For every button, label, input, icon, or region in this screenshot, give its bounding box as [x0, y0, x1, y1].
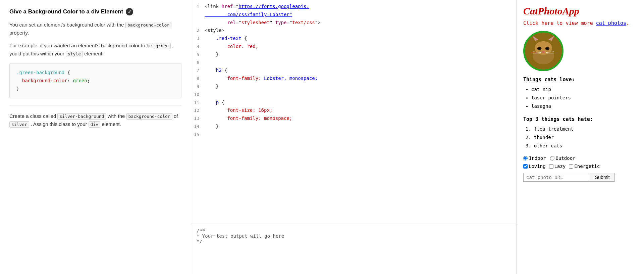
lesson-panel: Give a Background Color to a div Element… — [0, 0, 191, 274]
line-number: 13 — [194, 115, 205, 122]
value-text: green — [73, 78, 87, 83]
svg-point-5 — [538, 47, 540, 50]
indoor-radio-label[interactable]: Indoor — [523, 155, 546, 161]
list-item: flea treatment — [534, 125, 637, 133]
line-content[interactable]: font-family: monospace; — [205, 115, 514, 123]
hates-list: flea treatment thunder other cats — [534, 125, 637, 150]
line-number: 12 — [194, 106, 205, 114]
bg-color-code-2: background-color — [126, 113, 172, 120]
checkbox-group[interactable]: Loving Lazy Energetic — [523, 164, 637, 169]
cat-photo-url-input[interactable] — [523, 173, 590, 182]
lesson-title-text: Give a Background Color to a div Element — [9, 8, 123, 15]
lazy-checkbox[interactable] — [549, 164, 553, 169]
energetic-label: Energetic — [574, 164, 600, 169]
indoor-radio[interactable] — [523, 156, 528, 161]
code-line: 7 h2 { — [191, 66, 516, 75]
code-line: 9 } — [191, 83, 516, 91]
line-content[interactable]: <style> — [205, 27, 514, 35]
property-text: background-color — [22, 78, 67, 83]
line-content[interactable] — [205, 91, 514, 99]
line-content[interactable]: font-family: Lobster, monospace; — [205, 75, 514, 83]
outdoor-label: Outdoor — [556, 155, 576, 161]
line-content[interactable]: p { — [205, 99, 514, 107]
instruction-para-2: For example, if you wanted an element's … — [9, 42, 181, 58]
code-line: 1 <link href="https://fonts.googleapis. … — [191, 3, 516, 27]
outdoor-radio[interactable] — [550, 156, 554, 161]
loving-label: Loving — [529, 164, 546, 169]
code-editor-panel[interactable]: 1 <link href="https://fonts.googleapis. … — [191, 0, 517, 274]
line-number: 3 — [194, 35, 205, 42]
energetic-checkbox-label[interactable]: Energetic — [569, 164, 600, 169]
lazy-checkbox-label[interactable]: Lazy — [549, 164, 566, 169]
line-number: 14 — [194, 123, 205, 130]
app-title: CatPhotoApp — [523, 5, 637, 17]
photo-url-form[interactable]: Submit — [523, 173, 637, 182]
bg-color-code-1: background-color — [125, 22, 171, 28]
completion-check-icon: ✓ — [126, 8, 133, 15]
line-content[interactable]: color: red; — [205, 43, 514, 51]
svg-point-6 — [546, 47, 548, 50]
line-content[interactable]: } — [205, 123, 514, 131]
line-number: 4 — [194, 43, 205, 50]
test-output-line1: /** — [197, 228, 511, 233]
green-code: green — [154, 43, 171, 49]
lesson-title: Give a Background Color to a div Element… — [9, 8, 181, 15]
list-item: laser pointers — [531, 94, 637, 102]
code-line: 12 font-size: 16px; — [191, 106, 516, 115]
line-content[interactable]: } — [205, 51, 514, 59]
line-number: 6 — [194, 59, 205, 66]
line-number: 9 — [194, 83, 205, 90]
instruction-para-3: Create a class called silver-background … — [9, 112, 181, 128]
divider — [9, 105, 181, 105]
code-line: 2 <style> — [191, 27, 516, 35]
list-item: cat nip — [531, 85, 637, 94]
code-line: 11 p { — [191, 99, 516, 107]
line-number: 8 — [194, 75, 205, 82]
loves-list: cat nip laser pointers lasagna — [531, 85, 637, 111]
code-line: 13 font-family: monospace; — [191, 115, 516, 123]
code-line: 15 — [191, 131, 516, 139]
test-output-line3: */ — [197, 239, 511, 244]
code-line: 5 } — [191, 51, 516, 59]
line-content[interactable]: h2 { — [205, 66, 514, 75]
line-number: 15 — [194, 131, 205, 138]
submit-button[interactable]: Submit — [590, 173, 615, 182]
instruction-para-1: You can set an element's background colo… — [9, 21, 181, 37]
code-line: 14 } — [191, 123, 516, 131]
code-editor[interactable]: 1 <link href="https://fonts.googleapis. … — [191, 0, 516, 224]
list-item: lasagna — [531, 102, 637, 110]
code-line: 4 color: red; — [191, 43, 516, 51]
line-content[interactable] — [205, 131, 514, 139]
line-content[interactable]: font-size: 16px; — [205, 106, 514, 115]
indoor-label: Indoor — [529, 155, 546, 161]
line-number: 7 — [194, 66, 205, 74]
line-number: 10 — [194, 91, 205, 98]
line-number: 11 — [194, 99, 205, 106]
line-number: 1 — [194, 3, 205, 10]
line-content[interactable]: <link href="https://fonts.googleapis. co… — [205, 3, 514, 27]
selector-text: .green-background — [16, 70, 64, 75]
cat-photos-link[interactable]: cat photos — [596, 20, 626, 26]
code-line: 10 — [191, 91, 516, 99]
list-item: other cats — [534, 142, 637, 150]
style-code: style — [66, 51, 83, 57]
things-cats-love-title: Things cats love: — [523, 77, 637, 83]
energetic-checkbox[interactable] — [569, 164, 573, 169]
radio-group[interactable]: Indoor Outdoor — [523, 155, 637, 161]
line-content[interactable] — [205, 59, 514, 67]
line-content[interactable]: } — [205, 83, 514, 91]
div-code: div — [89, 121, 100, 128]
code-line: 8 font-family: Lobster, monospace; — [191, 75, 516, 83]
cat-image-container — [523, 31, 564, 71]
lazy-label: Lazy — [554, 164, 566, 169]
loving-checkbox[interactable] — [523, 164, 528, 169]
outdoor-radio-label[interactable]: Outdoor — [550, 155, 576, 161]
click-text: Click here to view more cat photos. — [523, 20, 637, 26]
silver-value-code: silver — [9, 121, 29, 128]
loving-checkbox-label[interactable]: Loving — [523, 164, 546, 169]
code-line: 3 .red-text { — [191, 35, 516, 43]
line-content[interactable]: .red-text { — [205, 35, 514, 43]
things-cats-hate-title: Top 3 things cats hate: — [523, 116, 637, 122]
preview-panel: CatPhotoApp Click here to view more cat … — [517, 0, 644, 274]
svg-point-7 — [542, 51, 544, 53]
